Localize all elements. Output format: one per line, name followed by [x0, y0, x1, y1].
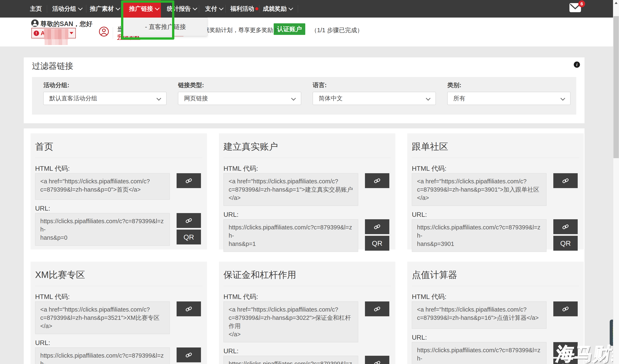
- divider: [224, 158, 391, 158]
- card-title: 保证金和杠杆作用: [224, 262, 391, 280]
- link-card: XM比赛专区 HTML 代码: <a href="https://clicks.…: [30, 262, 207, 364]
- scrollbar[interactable]: [613, 0, 619, 364]
- link-card: 跟单社区 HTML 代码: <a href="https://clicks.pi…: [407, 133, 584, 249]
- mail-badge: 6: [578, 0, 585, 7]
- nav-item-campaign-groups[interactable]: 活动分组: [52, 0, 82, 17]
- url-box[interactable]: https://clicks.pipaffiliates.com/c?c=879…: [412, 342, 547, 364]
- html-code-label: HTML 代码:: [412, 165, 579, 172]
- nav-item-achievements[interactable]: 成就奖励: [263, 0, 293, 17]
- card-title: XM比赛专区: [35, 262, 202, 280]
- filter-label: 类别:: [447, 81, 570, 89]
- copy-html-button[interactable]: [177, 173, 201, 188]
- html-code-box[interactable]: <a href="https://clicks.pipaffiliates.co…: [412, 301, 547, 329]
- url-box[interactable]: https://clicks.pipaffiliates.com/c?c=879…: [35, 213, 170, 246]
- url-box[interactable]: https://clicks.pipaffiliates.com/c?c=879…: [412, 219, 547, 252]
- campaign-group-select[interactable]: 默认直客活动分组: [43, 92, 167, 105]
- nav-item-label: 活动分组: [52, 5, 76, 13]
- filter-label: 活动分组:: [43, 81, 167, 89]
- url-label: URL:: [224, 211, 391, 218]
- nav-item-promo-links-active[interactable]: 推广链接: [129, 0, 159, 17]
- nav-separator: [259, 5, 259, 13]
- link-icon: [562, 223, 569, 230]
- html-code-label: HTML 代码:: [35, 165, 202, 172]
- divider: [35, 158, 202, 158]
- info-icon[interactable]: i: [574, 62, 580, 68]
- copy-html-button[interactable]: [553, 301, 578, 316]
- copy-html-button[interactable]: [553, 173, 578, 188]
- url-box[interactable]: https://clicks.pipaffiliates.com/c?c=879…: [35, 348, 170, 364]
- link-icon: [374, 223, 381, 230]
- select-value: 所有: [453, 94, 465, 103]
- category-select[interactable]: 所有: [447, 92, 570, 105]
- html-code-box[interactable]: <a href="https://clicks.pipaffiliates.co…: [224, 301, 358, 342]
- select-value: 简体中文: [319, 94, 343, 103]
- filter-field-category: 类别: 所有: [447, 77, 570, 105]
- html-code-box[interactable]: <a href="https://clicks.pipaffiliates.co…: [35, 301, 170, 334]
- link-card: 首页 HTML 代码: <a href="https://clicks.pipa…: [30, 133, 207, 249]
- copy-url-button[interactable]: [365, 219, 389, 234]
- chevron-down-icon: [155, 6, 160, 10]
- nav-item-benefits[interactable]: 福利活动: [230, 0, 254, 17]
- links-cards-panel: 首页 HTML 代码: <a href="https://clicks.pipa…: [24, 128, 585, 364]
- nav-item-payment[interactable]: 支付: [205, 0, 223, 17]
- divider: [412, 158, 579, 158]
- link-card: 点值计算器 HTML 代码: <a href="https://clicks.p…: [407, 262, 584, 364]
- qr-button[interactable]: QR: [365, 236, 389, 251]
- link-icon: [374, 177, 381, 184]
- language-select[interactable]: 简体中文: [313, 92, 436, 105]
- chevron-down-icon: [78, 6, 83, 10]
- filter-field-language: 语言: 简体中文: [313, 77, 436, 105]
- link-icon: [185, 305, 192, 312]
- nav-item-statistics[interactable]: 统计报告: [167, 0, 197, 17]
- copy-url-button[interactable]: [177, 213, 201, 228]
- url-box[interactable]: https://clicks.pipaffiliates.com/c?c=879…: [224, 219, 358, 252]
- notification-dot: [255, 7, 258, 10]
- caret-down-icon: [70, 32, 73, 34]
- divider: [35, 286, 202, 286]
- html-code-box[interactable]: <a href="https://clicks.pipaffiliates.co…: [35, 173, 170, 200]
- nav-item-label: 主页: [30, 5, 42, 13]
- chevron-down-icon: [426, 96, 431, 101]
- divider: [224, 286, 391, 286]
- qr-button[interactable]: QR: [553, 359, 578, 364]
- link-icon: [374, 305, 381, 312]
- copy-html-button[interactable]: [177, 301, 201, 316]
- messages-button[interactable]: 6: [569, 3, 588, 14]
- divider: [412, 286, 579, 286]
- copy-html-button[interactable]: [365, 173, 389, 188]
- menu-item-direct-promo-link[interactable]: - 直客推广链接: [145, 18, 186, 36]
- url-label: URL:: [412, 211, 579, 218]
- scrollbar-thumb[interactable]: [613, 16, 619, 158]
- copy-url-button[interactable]: [553, 342, 578, 357]
- redacted-account-name: [44, 29, 68, 39]
- link-card: 建立真实账户 HTML 代码: <a href="https://clicks.…: [219, 133, 395, 249]
- nav-separator: [199, 5, 199, 13]
- link-type-select[interactable]: 网页链接: [178, 92, 301, 105]
- nav-separator: [298, 5, 298, 13]
- link-icon: [562, 177, 569, 184]
- promo-text: 成就奖励计划，尊享更多奖励！: [198, 26, 279, 34]
- url-label: URL:: [35, 339, 202, 347]
- nav-item-promo-materials[interactable]: 推广素材: [90, 0, 120, 17]
- qr-button[interactable]: QR: [177, 230, 201, 244]
- link-icon: [562, 346, 569, 353]
- nav-item-label: 推广素材: [90, 5, 114, 13]
- chevron-down-icon: [116, 6, 120, 10]
- promo-links-dropdown-menu: - 直客推广链接: [123, 17, 207, 36]
- link-icon: [185, 351, 192, 358]
- qr-button[interactable]: QR: [553, 236, 578, 251]
- copy-html-button[interactable]: [365, 301, 389, 316]
- account-header: 尊敬的SAN，您好 ! A 当 升级攻略 成就奖励计划，尊享更多奖励！ 认证账户…: [0, 17, 619, 46]
- chevron-down-icon: [289, 6, 293, 10]
- chevron-down-icon: [561, 96, 565, 101]
- copy-url-button[interactable]: [553, 219, 578, 234]
- html-code-box[interactable]: <a href="https://clicks.pipaffiliates.co…: [224, 173, 358, 206]
- scroll-up-arrow-icon[interactable]: [615, 2, 618, 4]
- card-title: 首页: [35, 133, 202, 152]
- nav-item-home[interactable]: 主页: [30, 0, 42, 17]
- copy-url-button[interactable]: [365, 356, 389, 364]
- link-icon: [185, 217, 192, 224]
- copy-url-button[interactable]: [177, 348, 201, 362]
- url-box[interactable]: https://clicks.pipaffiliates.com/c?c=879…: [224, 356, 358, 364]
- html-code-box[interactable]: <a href="https://clicks.pipaffiliates.co…: [412, 173, 547, 206]
